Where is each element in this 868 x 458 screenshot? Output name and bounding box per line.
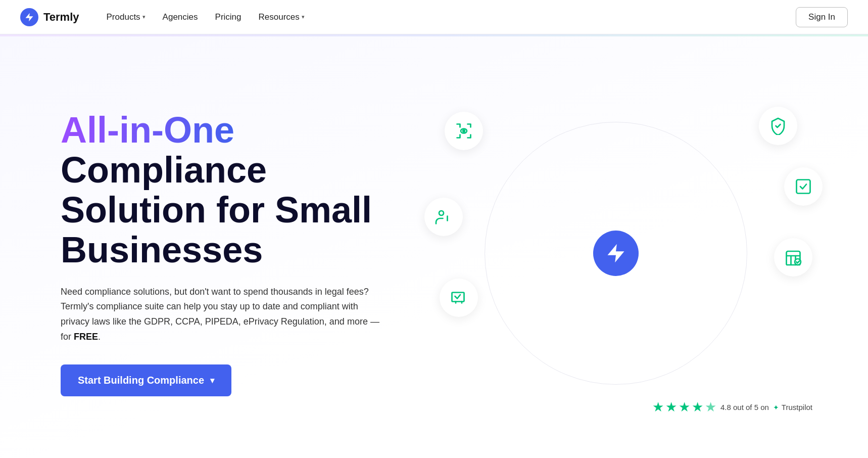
navbar: Termly Products ▾ Agencies Pricing Resou… — [0, 0, 868, 34]
nav-links: Products ▾ Agencies Pricing Resources ▾ — [100, 8, 796, 26]
logo-text: Termly — [43, 11, 79, 24]
hero-title-rest: Compliance Solution for Small Businesses — [61, 150, 372, 270]
nav-pricing[interactable]: Pricing — [208, 8, 249, 26]
check-bubble — [784, 167, 823, 206]
hero-title: All-in-One Compliance Solution for Small… — [61, 110, 404, 270]
shield-bubble — [759, 107, 797, 145]
star-rating: ★ ★ ★ ★ ★ — [652, 399, 716, 415]
hero-illustration: ★ ★ ★ ★ ★ 4.8 out of 5 on ✦ Trustpilot — [404, 81, 828, 425]
svg-point-6 — [439, 211, 444, 215]
hero-section: All-in-One Compliance Solution for Small… — [0, 36, 868, 458]
products-caret-icon: ▾ — [142, 14, 146, 20]
hero-title-gradient: All-in-One — [61, 110, 234, 150]
star-4: ★ — [692, 399, 703, 415]
trustpilot-badge: ✦ Trustpilot — [773, 403, 812, 411]
star-1: ★ — [652, 399, 664, 415]
cta-button[interactable]: Start Building Compliance ▾ — [61, 364, 231, 396]
star-2: ★ — [665, 399, 677, 415]
svg-rect-2 — [797, 180, 810, 194]
sign-in-button[interactable]: Sign In — [796, 7, 848, 27]
person-bubble — [424, 198, 463, 236]
package-bubble — [774, 238, 812, 277]
logo-icon — [20, 8, 38, 26]
hero-left: All-in-One Compliance Solution for Small… — [61, 110, 404, 397]
star-3: ★ — [679, 399, 690, 415]
svg-point-5 — [463, 130, 465, 132]
cta-chevron-icon: ▾ — [210, 376, 214, 385]
star-5: ★ — [705, 399, 716, 415]
svg-marker-1 — [608, 244, 624, 263]
svg-marker-0 — [26, 13, 33, 21]
eye-bubble — [445, 112, 483, 150]
rating-row: ★ ★ ★ ★ ★ 4.8 out of 5 on ✦ Trustpilot — [652, 399, 812, 415]
nav-products[interactable]: Products ▾ — [100, 8, 153, 26]
trustpilot-label: Trustpilot — [782, 403, 812, 411]
logo-link[interactable]: Termly — [20, 8, 79, 26]
resources-caret-icon: ▾ — [302, 14, 305, 20]
nav-resources[interactable]: Resources ▾ — [252, 8, 312, 26]
write-bubble — [440, 279, 478, 317]
nav-agencies[interactable]: Agencies — [156, 8, 205, 26]
hero-subtitle: Need compliance solutions, but don't wan… — [61, 285, 384, 345]
center-termly-icon — [593, 231, 639, 276]
rating-score: 4.8 out of 5 on — [720, 403, 769, 411]
trustpilot-icon: ✦ — [773, 403, 779, 411]
